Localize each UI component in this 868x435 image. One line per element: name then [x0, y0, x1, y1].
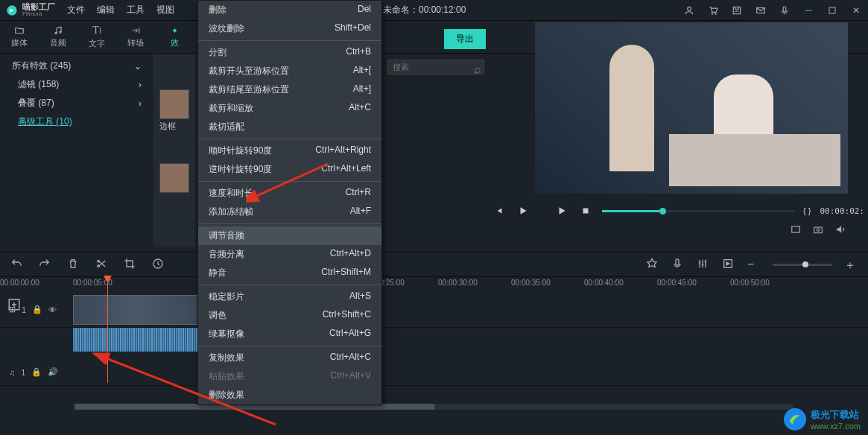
- svg-rect-12: [814, 227, 823, 233]
- cm-detach-audio[interactable]: 音频分离Ctrl+Alt+D: [198, 245, 381, 264]
- tab-effect[interactable]: ✦效: [155, 21, 194, 54]
- tree-overlay[interactable]: 叠覆 (87)›: [0, 94, 153, 112]
- svg-rect-4: [733, 7, 740, 13]
- search-input[interactable]: [387, 60, 484, 74]
- cm-crop-fit[interactable]: 裁切适配: [198, 118, 381, 136]
- tree-all-effects[interactable]: 所有特效 (245)⌄: [0, 57, 153, 75]
- cm-greenscreen[interactable]: 绿幕抠像Ctrl+Alt+G: [198, 325, 381, 343]
- volume-icon[interactable]: [834, 223, 846, 235]
- context-menu: 删除Del 波纹删除Shift+Del 分割Ctrl+B 裁剪开头至游标位置Al…: [197, 0, 382, 405]
- marker-braces[interactable]: { }: [803, 206, 811, 215]
- close-icon[interactable]: ✕: [850, 4, 862, 16]
- audio-clip[interactable]: [73, 328, 200, 352]
- tab-text[interactable]: TI文字: [77, 21, 116, 54]
- cm-copy-fx[interactable]: 复制效果Ctrl+Alt+C: [198, 349, 381, 367]
- undo-button[interactable]: [10, 258, 24, 271]
- chevron-down-icon: ⌄: [134, 61, 142, 72]
- svg-point-15: [98, 265, 100, 267]
- minimize-icon[interactable]: ─: [802, 4, 814, 16]
- play-button[interactable]: [516, 203, 530, 218]
- menu-view[interactable]: 视图: [156, 4, 174, 16]
- redo-button[interactable]: [39, 258, 52, 271]
- effect-thumb-2[interactable]: [159, 163, 189, 193]
- lock-icon[interactable]: 🔒: [31, 367, 42, 377]
- tab-transition[interactable]: 转场: [116, 21, 155, 54]
- crop-button[interactable]: [124, 258, 137, 271]
- svg-point-3: [715, 13, 716, 14]
- add-track-button[interactable]: [7, 298, 22, 313]
- svg-rect-6: [783, 6, 786, 11]
- cm-speed[interactable]: 速度和时长Ctrl+R: [198, 184, 381, 203]
- timeline-scrollbar[interactable]: [75, 404, 793, 410]
- cm-mute[interactable]: 静音Ctrl+Shift+M: [198, 264, 381, 282]
- render-button[interactable]: [722, 258, 735, 271]
- cm-trim-end[interactable]: 裁剪结尾至游标位置Alt+]: [198, 80, 381, 99]
- cm-stabilize[interactable]: 稳定影片Alt+S: [198, 288, 381, 306]
- audio-track-head[interactable]: ♫ 1 🔒 🔊: [0, 367, 73, 377]
- prev-frame-button[interactable]: [492, 203, 507, 218]
- cm-delete[interactable]: 删除Del: [198, 1, 381, 19]
- progress-bar[interactable]: [602, 210, 794, 212]
- cm-color[interactable]: 调色Ctrl+Shift+C: [198, 306, 381, 325]
- search-icon[interactable]: ⌕: [474, 63, 481, 76]
- tab-audio[interactable]: 音频: [39, 21, 77, 54]
- svg-point-9: [60, 31, 61, 33]
- delete-button[interactable]: [67, 258, 80, 271]
- audio-track-icon: ♫: [9, 368, 15, 377]
- zoom-out-button[interactable]: −: [747, 258, 761, 271]
- menu-file[interactable]: 文件: [67, 4, 85, 16]
- mixer-button[interactable]: [697, 258, 710, 271]
- speaker-icon[interactable]: 🔊: [48, 367, 58, 377]
- effect-thumb-label: 边框: [159, 121, 189, 132]
- menu-tools[interactable]: 工具: [127, 4, 145, 16]
- chevron-right-icon: ›: [139, 80, 142, 90]
- cm-delete-fx[interactable]: 删除效果: [198, 386, 381, 404]
- cm-ripple-delete[interactable]: 波纹删除Shift+Del: [198, 19, 381, 38]
- cm-paste-fx: 粘贴效果Ctrl+Alt+V: [198, 367, 381, 386]
- mic-icon[interactable]: [779, 4, 791, 16]
- chevron-right-icon: ›: [139, 98, 142, 109]
- record-button[interactable]: [671, 258, 685, 271]
- export-button[interactable]: 导出: [444, 29, 486, 49]
- svg-point-8: [55, 32, 57, 34]
- svg-point-1: [688, 7, 691, 10]
- cm-freeze[interactable]: 添加冻结帧Alt+F: [198, 203, 381, 221]
- snapshot-icon[interactable]: [812, 223, 824, 235]
- split-button[interactable]: [95, 258, 109, 271]
- save-icon[interactable]: [731, 4, 743, 16]
- user-icon[interactable]: [683, 4, 695, 16]
- svg-rect-10: [583, 209, 589, 214]
- preview-video-frame: [535, 22, 848, 194]
- cm-rotate-cw[interactable]: 顺时针旋转90度Ctrl+Alt+Right: [198, 142, 381, 160]
- effect-thumb-border[interactable]: [159, 89, 189, 119]
- project-title: 未命名：00:00:12:00: [383, 4, 466, 16]
- cm-crop-zoom[interactable]: 裁剪和缩放Alt+C: [198, 99, 381, 118]
- stop-button[interactable]: [578, 203, 593, 218]
- timeline-ruler[interactable]: 00:00:00:00 00:00:05:00 00:00:20:00 00:0…: [0, 277, 868, 292]
- svg-rect-17: [676, 259, 679, 265]
- tab-media[interactable]: 媒体: [0, 21, 39, 54]
- cart-icon[interactable]: [707, 4, 719, 16]
- cm-trim-start[interactable]: 裁剪开头至游标位置Alt+[: [198, 62, 381, 80]
- playhead[interactable]: [107, 279, 108, 383]
- cm-rotate-ccw[interactable]: 逆时针旋转90度Ctrl+Alt+Left: [198, 160, 381, 179]
- menu-edit[interactable]: 编辑: [97, 4, 115, 16]
- tree-filters[interactable]: 滤镜 (158)›: [0, 75, 153, 94]
- lock-icon[interactable]: 🔒: [32, 305, 42, 314]
- speed-button[interactable]: [152, 258, 165, 271]
- marker-button[interactable]: [646, 258, 659, 271]
- eye-icon[interactable]: 👁: [48, 305, 57, 314]
- watermark-logo-icon: [784, 408, 806, 431]
- svg-point-13: [817, 229, 820, 232]
- play-button-2[interactable]: [554, 203, 569, 218]
- zoom-in-button[interactable]: ＋: [844, 258, 858, 271]
- video-clip[interactable]: [73, 295, 200, 325]
- zoom-slider[interactable]: [773, 264, 832, 266]
- cm-adjust-audio[interactable]: 调节音频: [198, 226, 381, 245]
- maximize-icon[interactable]: [826, 4, 838, 16]
- cm-split[interactable]: 分割Ctrl+B: [198, 43, 381, 62]
- timecode-display: 00:00:02:: [820, 206, 864, 216]
- tree-advanced[interactable]: 高级工具 (10): [0, 112, 153, 131]
- mail-icon[interactable]: [755, 4, 767, 16]
- preview-quality-icon[interactable]: [790, 223, 802, 235]
